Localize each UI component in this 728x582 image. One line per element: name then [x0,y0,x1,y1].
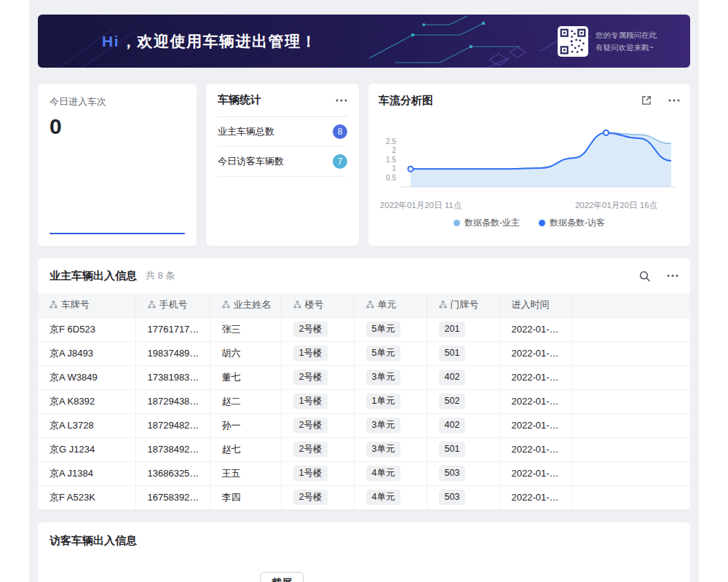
table-header-row: 车牌号手机号业主姓名楼号单元门牌号进入时间 [38,293,690,317]
vehicle-stats-card: 车辆统计 业主车辆总数8今日访客车辆数7 [206,84,359,246]
stat-cards-row: 今日进入车次 0 车辆统计 业主车辆总数8今日访客车辆数7 车流分析图 [38,84,690,246]
legend-item[interactable]: 数据条数-访客 [539,217,605,229]
table-cell: 17761717… [135,317,210,341]
more-icon[interactable] [668,99,680,102]
column-header-6[interactable]: 进入时间 [499,293,572,317]
tag-pill: 402 [439,418,466,432]
table-row: 京A K839218729438…赵二1号楼1单元5022022-01-… [38,389,690,413]
table-cell: 13686325… [135,461,210,485]
table-cell: 2022-01-… [499,365,572,389]
field-type-icon [148,300,156,308]
export-icon[interactable] [641,95,652,106]
table-cell: 京G J1234 [38,437,135,461]
table-cell: 王五 [210,461,281,485]
table-row: 京A W384917381983…董七2号楼3单元4022022-01-… [38,365,690,389]
table-cell: 201 [427,317,499,341]
traffic-chart-card: 车流分析图 0.511.522.5 2 [368,84,690,246]
tag-pill: 402 [439,370,466,384]
tag-pill: 2号楼 [293,322,328,336]
table-cell-empty [572,485,690,509]
column-header-label: 单元 [378,299,397,310]
banner-greeting-text: ，欢迎使用车辆进出管理！ [121,33,317,49]
table-cell-empty [572,437,690,461]
table-cell-empty [572,341,690,365]
table-cell: 1号楼 [281,341,354,365]
stat-row: 业主车辆总数8 [218,117,347,147]
table-cell: 402 [427,365,499,389]
table-cell: 2号楼 [281,317,354,341]
stat-label: 今日访客车辆数 [218,155,284,168]
column-header-5[interactable]: 门牌号 [427,293,499,317]
line-chart: 0.511.522.5 [379,119,680,197]
today-entry-card: 今日进入车次 0 [38,84,197,246]
tag-pill: 3单元 [366,442,401,456]
legend-item[interactable]: 数据条数-业主 [454,217,520,229]
table-cell: 赵二 [210,389,281,413]
column-header-label: 手机号 [159,299,188,310]
table-cell-empty [572,317,690,341]
owner-table-card: 业主车辆出入信息 共 8 条 车牌号手机号业主姓名楼号单元门牌号进入时间京F 6… [38,258,690,510]
table-cell: 3单元 [354,413,427,437]
table-cell: 18738492… [135,437,210,461]
table-cell: 3单元 [354,437,427,461]
tag-pill: 2号楼 [293,370,328,384]
tag-pill: 1号楼 [293,466,328,480]
vehicle-stats-title: 车辆统计 [218,93,261,107]
table-cell: 4单元 [354,485,427,509]
table-cell: 5单元 [354,317,427,341]
column-header-label: 业主姓名 [234,299,272,310]
table-row: 京G J123418738492…赵七2号楼3单元5012022-01-… [38,437,690,461]
column-header-4[interactable]: 单元 [354,293,427,317]
owner-table-title: 业主车辆出入信息 [50,269,137,283]
x-axis-label: 2022年01月20日 16点 [575,200,657,211]
table-cell: 2号楼 [281,485,354,509]
tag-pill: 4单元 [366,490,401,504]
more-icon[interactable] [336,99,347,102]
table-cell: 京A K8392 [38,389,135,413]
column-header-0[interactable]: 车牌号 [38,293,135,317]
table-cell-empty [572,413,690,437]
table-cell: 赵七 [210,437,281,461]
column-header-2[interactable]: 业主姓名 [210,293,281,317]
svg-text:1: 1 [392,164,396,172]
stat-badge: 8 [333,124,347,139]
table-cell: 19837489… [135,341,210,365]
partial-bottom-button[interactable]: 截屏 [260,572,304,582]
table-cell: 京A J1384 [38,461,135,485]
legend-label: 数据条数-访客 [550,217,605,229]
qr-code[interactable] [558,26,588,57]
column-header-3[interactable]: 楼号 [281,293,354,317]
column-header-1[interactable]: 手机号 [135,293,210,317]
field-type-icon [366,300,374,308]
table-cell: 502 [427,389,499,413]
table-row: 京A J849319837489…胡六1号楼5单元5012022-01-… [38,341,690,365]
tag-pill: 1号楼 [293,346,328,360]
tag-pill: 501 [439,346,466,360]
table-cell: 2022-01-… [499,413,572,437]
table-cell: 17381983… [135,365,210,389]
stat-badge: 7 [333,154,347,169]
field-type-icon [222,300,230,308]
tag-pill: 501 [439,442,466,456]
visitor-table-card: 访客车辆出入信息 截屏 [38,522,690,582]
svg-text:0.5: 0.5 [386,174,396,182]
table-cell: 1单元 [354,389,427,413]
tag-pill: 2号楼 [293,490,328,504]
table-cell-empty [572,461,690,485]
today-entry-accent-bar [50,233,185,234]
table-cell: 5单元 [354,341,427,365]
table-row: 京F A523K16758392…李四2号楼4单元5032022-01-… [38,485,690,509]
more-icon[interactable] [667,274,678,277]
search-icon[interactable] [638,270,651,282]
column-header-label: 车牌号 [61,299,90,310]
table-cell: 2号楼 [281,365,354,389]
x-axis-label: 2022年01月20日 11点 [380,200,462,211]
column-header-label: 楼号 [305,299,324,310]
table-cell: 李四 [210,485,281,509]
tag-pill: 1号楼 [293,394,328,408]
tag-pill: 5单元 [366,322,401,336]
tag-pill: 503 [439,490,466,504]
table-cell: 京F 6D523 [38,317,135,341]
table-cell: 孙一 [210,413,281,437]
column-header-label: 门牌号 [451,299,479,310]
